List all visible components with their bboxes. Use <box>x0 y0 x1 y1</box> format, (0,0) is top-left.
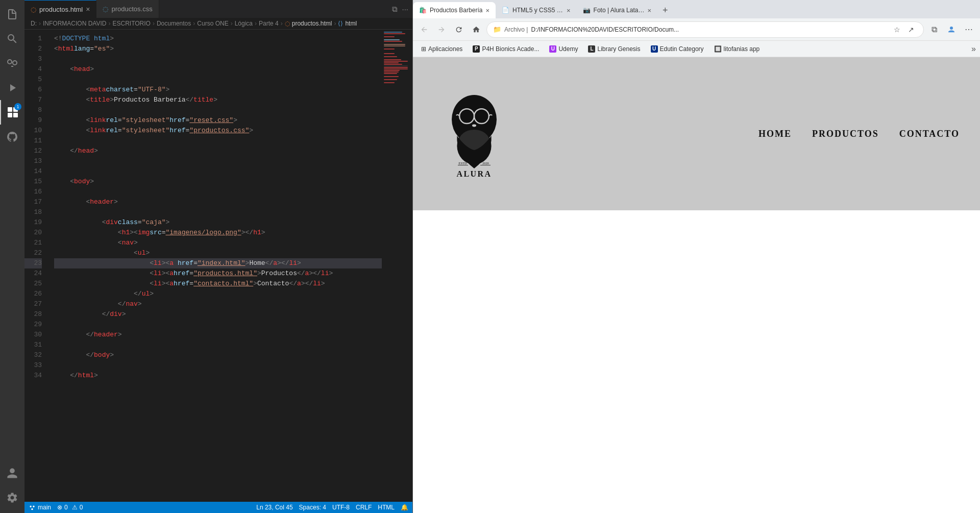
breadcrumb-informacion: INFORMACION DAVID <box>43 20 106 27</box>
browser-tab-close-htmlcss[interactable]: × <box>567 7 571 14</box>
tab-label: productos.css <box>111 5 152 13</box>
address-url[interactable]: D:/INFORMACION%20DAVID/ESCRITORIO/Docum.… <box>531 26 888 33</box>
bookmark-label-p4h: P4H Bionics Acade... <box>482 45 539 53</box>
breadcrumb-file: productos.html <box>292 20 332 27</box>
barber-nav-contacto[interactable]: CONTACTO <box>899 129 960 139</box>
status-feedback-icon[interactable]: 🔔 <box>401 504 408 511</box>
minimap <box>382 30 412 502</box>
tab-favicon-htmlcss: 📄 <box>502 7 509 14</box>
warning-count: 0 <box>80 504 83 511</box>
svg-rect-2 <box>8 113 12 117</box>
activity-search-icon[interactable] <box>0 27 24 51</box>
breadcrumb-curso: Curso ONE <box>197 20 228 27</box>
css-file-icon: ◌ <box>103 5 108 13</box>
activity-files-icon[interactable] <box>0 2 24 27</box>
html-file-icon: ◌ <box>31 6 36 13</box>
bookmarks-more-icon[interactable]: » <box>971 44 976 54</box>
code-line-18 <box>54 207 382 217</box>
bookmark-aplicaciones[interactable]: ⊞ Aplicaciones <box>417 44 467 54</box>
activity-bar: 1 <box>0 0 24 513</box>
activity-settings-icon[interactable] <box>0 485 24 510</box>
barber-nav-productos[interactable]: PRODUCTOS <box>812 129 879 139</box>
barber-nav: HOME PRODUCTOS CONTACTO <box>758 129 960 139</box>
breadcrumb-icon-html: ◌ <box>285 20 290 27</box>
browser-split-icon[interactable]: ⧉ <box>927 22 941 37</box>
code-line-10: <link rel="stylesheet" href="productos.c… <box>54 126 382 136</box>
svg-point-9 <box>472 125 476 127</box>
activity-extensions-icon[interactable]: 1 <box>0 100 24 125</box>
error-count: 0 <box>64 504 68 511</box>
status-encoding[interactable]: UTF-8 <box>332 504 350 511</box>
bookmark-udemy[interactable]: U Udemy <box>545 44 582 54</box>
svg-text:ESTD: ESTD <box>459 161 467 165</box>
tab-productos-html[interactable]: ◌ productos.html × <box>24 0 96 18</box>
bookmark-library-genesis[interactable]: L Library Genesis <box>584 44 644 54</box>
breadcrumb-drive: D: <box>31 20 37 27</box>
status-spaces[interactable]: Spaces: 4 <box>299 504 326 511</box>
browser-tab-foto[interactable]: 📷 Foto | Alura Latan... × <box>577 2 658 18</box>
forward-button[interactable] <box>434 22 449 37</box>
reload-button[interactable] <box>452 22 466 37</box>
svg-rect-3 <box>13 113 18 117</box>
breadcrumb-html-node: html <box>345 20 357 27</box>
bookmark-edutin[interactable]: U Edutin Category <box>647 44 708 54</box>
barber-logo: ALURA ESTD 2020 <box>433 83 515 185</box>
status-errors[interactable]: ⊗ 0 ⚠ 0 <box>57 504 83 511</box>
back-button[interactable] <box>417 22 431 37</box>
bookmark-favicon-p4h: P <box>473 45 480 53</box>
editor-tabs: ◌ productos.html × ◌ productos.css ⧉ ··· <box>24 0 412 18</box>
code-line-22: <ul> <box>54 248 382 258</box>
code-line-8 <box>54 105 382 115</box>
home-button[interactable] <box>469 22 483 37</box>
status-position[interactable]: Ln 23, Col 45 <box>256 504 292 511</box>
code-line-32: </body> <box>54 350 382 360</box>
svg-rect-0 <box>8 107 12 112</box>
breadcrumb: D: › INFORMACION DAVID › ESCRITORIO › Do… <box>24 18 412 30</box>
code-line-9: <link rel="stylesheet" href="reset.css"> <box>54 115 382 126</box>
bookmark-litofanias[interactable]: 🔲 litofanias app <box>710 44 764 54</box>
bookmark-p4h[interactable]: P P4H Bionics Acade... <box>469 44 543 54</box>
bookmark-favicon-edutin: U <box>651 45 658 53</box>
code-line-3 <box>54 54 382 64</box>
code-line-2: <html lang="es"> <box>54 44 382 54</box>
activity-run-debug-icon[interactable] <box>0 76 24 100</box>
browser-profile-icon[interactable] <box>944 22 959 37</box>
tab-productos-css[interactable]: ◌ productos.css <box>96 0 159 18</box>
new-tab-button[interactable]: + <box>657 2 673 18</box>
browser-tab-htmlcss[interactable]: 📄 HTML5 y CSS5 pa... × <box>496 2 577 18</box>
browser-tab-close-foto[interactable]: × <box>648 7 652 14</box>
tab-close-html[interactable]: × <box>86 5 90 13</box>
bookmark-favicon-udemy: U <box>549 45 556 53</box>
breadcrumb-logica: Lógica <box>235 20 253 27</box>
address-actions: ☆ ↗ <box>891 23 917 36</box>
code-line-27: </nav> <box>54 299 382 309</box>
browser-tab-productos[interactable]: 🛍️ Productos Barbería × <box>413 2 496 18</box>
barber-site-header: ALURA ESTD 2020 HOME PRODUCTOS CONTACTO <box>413 57 980 210</box>
activity-source-control-icon[interactable] <box>0 51 24 76</box>
code-line-34: </html> <box>54 371 382 381</box>
split-editor-icon[interactable]: ⧉ <box>392 5 398 14</box>
address-bar[interactable]: 📁 Archivo | D:/INFORMACION%20DAVID/ESCRI… <box>486 21 924 38</box>
barber-nav-home[interactable]: HOME <box>758 129 792 139</box>
code-line-14 <box>54 166 382 177</box>
code-content[interactable]: <!DOCTYPE html> <html lang="es"> <head> … <box>50 30 382 502</box>
browser-content: ALURA ESTD 2020 HOME PRODUCTOS CONTACTO <box>413 57 980 513</box>
share-icon[interactable]: ↗ <box>905 23 917 36</box>
code-line-15: <body> <box>54 177 382 187</box>
browser-more-icon[interactable]: ⋯ <box>962 22 976 37</box>
activity-github-icon[interactable] <box>0 125 24 149</box>
status-branch[interactable]: main <box>29 504 51 511</box>
code-line-24: <li><a href="productos.html">Productos</… <box>54 268 382 279</box>
activity-account-icon[interactable] <box>0 461 24 485</box>
browser-tab-close-productos[interactable]: × <box>485 7 489 14</box>
browser-tab-label-htmlcss: HTML5 y CSS5 pa... <box>512 7 564 14</box>
bookmark-label-litofanias: litofanias app <box>724 45 760 53</box>
status-line-ending[interactable]: CRLF <box>356 504 372 511</box>
tab-label: productos.html <box>39 6 83 13</box>
more-actions-icon[interactable]: ··· <box>402 5 408 13</box>
star-icon[interactable]: ☆ <box>891 23 903 36</box>
bookmarks-bar: ⊞ Aplicaciones P P4H Bionics Acade... U … <box>413 41 980 57</box>
status-language[interactable]: HTML <box>378 504 395 511</box>
code-editor[interactable]: 1 2 3 4 5 6 7 8 9 10 11 12 13 14 15 16 1… <box>24 30 412 502</box>
editor-tabs-end: ⧉ ··· <box>159 0 412 18</box>
